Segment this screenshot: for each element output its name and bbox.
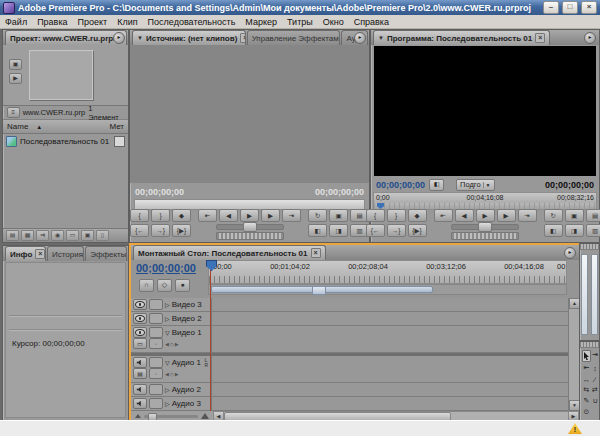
tab-effect-controls[interactable]: Управление Эффектами: [247, 30, 341, 45]
set-out-button[interactable]: }: [387, 209, 406, 222]
column-meta[interactable]: Мет: [109, 122, 124, 131]
tab-project[interactable]: Проект: www.CWER.ru.prproj: [5, 30, 127, 45]
track-lane[interactable]: [212, 356, 579, 382]
step-forward-button[interactable]: ▶: [261, 209, 280, 222]
icon-view-icon[interactable]: ▦: [21, 230, 34, 241]
track-lock-icon[interactable]: [149, 384, 163, 395]
play-in-out-button[interactable]: {▶}: [172, 224, 191, 237]
work-area-strip[interactable]: [208, 284, 567, 295]
fit-dropdown[interactable]: Подго ▼: [456, 179, 494, 191]
snap-icon[interactable]: ∩: [139, 279, 154, 292]
project-row-sequence[interactable]: Последовательность 01: [3, 134, 128, 149]
tab-history[interactable]: История: [47, 246, 84, 261]
tab-timeline[interactable]: Монтажный Стол: Последовательность 01 ×: [133, 245, 326, 260]
new-bin-icon[interactable]: ▭: [66, 230, 79, 241]
automate-to-sequence-icon[interactable]: ⇉: [36, 230, 49, 241]
rolling-edit-tool[interactable]: ↕: [592, 363, 598, 373]
trash-icon[interactable]: ▯: [96, 230, 109, 241]
panel-menu-icon[interactable]: ▸: [564, 247, 576, 259]
goto-out-button[interactable]: →}: [151, 224, 170, 237]
warning-icon[interactable]: !: [568, 423, 582, 434]
zoom-in-icon[interactable]: [201, 413, 209, 419]
step-forward-button[interactable]: ▶: [497, 209, 516, 222]
menu-file[interactable]: Файл: [0, 17, 32, 27]
keyframe-add-icon[interactable]: ◇: [170, 341, 174, 347]
panel-menu-icon[interactable]: ▸: [113, 32, 125, 44]
track-lock-icon[interactable]: [149, 398, 163, 409]
loop-button[interactable]: ↻: [544, 209, 563, 222]
close-button[interactable]: ×: [581, 1, 597, 14]
set-encore-marker-icon[interactable]: ◇: [157, 279, 172, 292]
track-lock-icon[interactable]: [149, 313, 163, 324]
play-button[interactable]: ▶: [476, 209, 495, 222]
menu-project[interactable]: Проект: [73, 17, 113, 27]
display-style-icon[interactable]: ▤: [133, 368, 147, 379]
trim-button[interactable]: ▥: [586, 224, 600, 237]
collapse-icon[interactable]: ▷: [165, 315, 170, 322]
tab-info[interactable]: Инфо ×: [5, 246, 46, 261]
collapse-icon[interactable]: ▷: [165, 400, 170, 407]
toggle-track-output-icon[interactable]: [133, 327, 147, 338]
toggle-track-output-icon[interactable]: [133, 299, 147, 310]
list-view-icon[interactable]: ▤: [6, 230, 19, 241]
menu-clip[interactable]: Клип: [112, 17, 142, 27]
timeline-timecode[interactable]: 00;00;00;00: [136, 262, 196, 274]
show-keyframes-icon[interactable]: ◦: [149, 338, 163, 349]
step-back-button[interactable]: ◀: [219, 209, 238, 222]
goto-previous-edit-button[interactable]: ⇤: [198, 209, 217, 222]
menu-window[interactable]: Окно: [318, 17, 349, 27]
track-lane[interactable]: [212, 397, 579, 410]
set-unnumbered-marker-icon[interactable]: ●: [175, 279, 190, 292]
set-marker-button[interactable]: ◆: [172, 209, 191, 222]
lift-button[interactable]: ◧: [544, 224, 563, 237]
program-tc-current[interactable]: 00;00;00;00: [376, 180, 425, 190]
razor-tool[interactable]: ∕: [592, 374, 598, 384]
zoom-out-icon[interactable]: [135, 414, 141, 418]
set-marker-button[interactable]: ◆: [408, 209, 427, 222]
menu-titles[interactable]: Титры: [282, 17, 318, 27]
toggle-track-output-icon[interactable]: [133, 398, 147, 409]
sequence-label-checkbox[interactable]: [114, 136, 125, 147]
work-area-bar[interactable]: [211, 286, 433, 293]
loop-button[interactable]: ↻: [308, 209, 327, 222]
scroll-right-icon[interactable]: ▶: [568, 412, 578, 420]
goto-in-button[interactable]: {←: [130, 224, 149, 237]
keyframe-prev-icon[interactable]: ◀: [165, 341, 169, 347]
track-lane[interactable]: [212, 326, 579, 352]
track-lock-icon[interactable]: [149, 357, 163, 368]
tab-program[interactable]: ▼ Программа: Последовательность 01 ×: [373, 30, 550, 45]
timeline-ruler[interactable]: 00;00 00;01;04;02 00;02;08;04 00;03;12;0…: [208, 260, 567, 284]
sort-asc-icon[interactable]: ▲: [36, 124, 42, 130]
shuttle-slider[interactable]: [216, 224, 284, 230]
tab-effects[interactable]: Эффекты: [85, 246, 127, 261]
track-video-2[interactable]: ▷ Видео 2: [131, 312, 579, 326]
expand-icon[interactable]: ▽: [165, 329, 170, 336]
track-lane[interactable]: [212, 383, 579, 396]
ripple-edit-tool[interactable]: ⇤: [582, 363, 591, 373]
pen-tool[interactable]: ✎: [582, 396, 591, 406]
zoom-slider[interactable]: [144, 415, 198, 418]
tab-close-icon[interactable]: ×: [240, 33, 245, 43]
timeline-vertical-scrollbar[interactable]: ▲ ▼: [568, 298, 579, 411]
track-lock-icon[interactable]: [149, 327, 163, 338]
rate-stretch-tool[interactable]: ↔: [582, 374, 591, 384]
display-style-icon[interactable]: ▭: [133, 338, 147, 349]
column-name[interactable]: Name: [7, 122, 28, 131]
output-button[interactable]: ▤: [586, 209, 600, 222]
find-box-icon[interactable]: ≡: [7, 107, 20, 118]
panel-menu-icon[interactable]: ▸: [354, 32, 366, 44]
goto-previous-edit-button[interactable]: ⇤: [434, 209, 453, 222]
track-audio-1[interactable]: ▽ Аудио 1 L R ▤ ◦ ◀ ◇ ▶: [131, 356, 579, 383]
track-lane[interactable]: [212, 312, 579, 325]
panel-menu-icon[interactable]: ▸: [584, 32, 596, 44]
set-in-button[interactable]: {: [366, 209, 385, 222]
toggle-track-output-icon[interactable]: [133, 384, 147, 395]
track-lock-icon[interactable]: [149, 299, 163, 310]
track-select-tool[interactable]: ⇥: [592, 350, 598, 360]
track-audio-2[interactable]: ▷ Аудио 2: [131, 383, 579, 397]
track-audio-3[interactable]: ▷ Аудио 3: [131, 397, 579, 411]
selection-tool[interactable]: [582, 350, 591, 362]
step-back-button[interactable]: ◀: [455, 209, 474, 222]
expand-icon[interactable]: ▽: [165, 359, 170, 366]
overlay-button[interactable]: ◨: [329, 224, 348, 237]
